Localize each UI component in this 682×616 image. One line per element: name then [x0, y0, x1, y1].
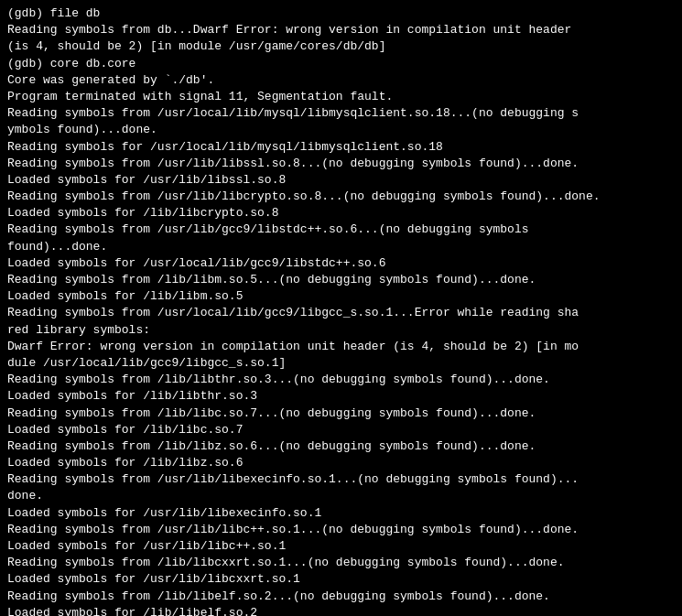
terminal-line: Reading symbols from /usr/lib/libc++.so.…: [7, 522, 675, 538]
terminal-line: Reading symbols from /lib/libthr.so.3...…: [7, 372, 675, 388]
terminal-line: ymbols found)...done.: [7, 122, 675, 138]
terminal-line: Reading symbols from /usr/local/lib/mysq…: [7, 105, 675, 122]
terminal-line: Core was generated by `./db'.: [7, 72, 675, 89]
terminal-line: red library symbols:: [7, 322, 675, 339]
terminal-line: Loaded symbols for /usr/local/lib/gcc9/l…: [7, 255, 675, 272]
terminal-line: dule /usr/local/lib/gcc9/libgcc_s.so.1]: [7, 355, 675, 372]
terminal-line: Reading symbols from /lib/libcxxrt.so.1.…: [7, 555, 675, 571]
terminal-line: (gdb) file db: [7, 5, 675, 22]
terminal[interactable]: (gdb) file dbReading symbols from db...D…: [0, 0, 682, 616]
terminal-line: Reading symbols from /usr/lib/gcc9/libst…: [7, 222, 675, 238]
terminal-line: Reading symbols from /lib/libelf.so.2...…: [7, 589, 675, 605]
terminal-line: Reading symbols from /usr/local/lib/gcc9…: [7, 305, 675, 321]
terminal-line: Reading symbols from /lib/libc.so.7...(n…: [7, 405, 675, 422]
terminal-line: Loaded symbols for /lib/libc.so.7: [7, 422, 675, 438]
terminal-line: Dwarf Error: wrong version in compilatio…: [7, 339, 675, 355]
terminal-line: (is 4, should be 2) [in module /usr/game…: [7, 38, 675, 55]
terminal-line: Loaded symbols for /usr/lib/libc++.so.1: [7, 538, 675, 555]
terminal-line: Reading symbols from /usr/lib/libexecinf…: [7, 471, 675, 488]
terminal-line: Reading symbols from /lib/libm.so.5...(n…: [7, 272, 675, 288]
terminal-line: Loaded symbols for /usr/lib/libcxxrt.so.…: [7, 571, 675, 588]
terminal-line: found)...done.: [7, 239, 675, 255]
terminal-line: Reading symbols from /usr/lib/libcrypto.…: [7, 189, 675, 205]
terminal-line: (gdb) core db.core: [7, 56, 675, 72]
terminal-line: Loaded symbols for /usr/lib/libssl.so.8: [7, 172, 675, 189]
terminal-line: Loaded symbols for /lib/libelf.so.2: [7, 605, 675, 616]
terminal-line: Reading symbols from /usr/lib/libssl.so.…: [7, 156, 675, 172]
terminal-line: Loaded symbols for /lib/libcrypto.so.8: [7, 205, 675, 222]
terminal-line: Loaded symbols for /usr/lib/libexecinfo.…: [7, 505, 675, 522]
terminal-line: Reading symbols for /usr/local/lib/mysql…: [7, 139, 675, 156]
terminal-line: Reading symbols from db...Dwarf Error: w…: [7, 22, 675, 38]
terminal-line: Loaded symbols for /lib/libz.so.6: [7, 455, 675, 471]
terminal-line: done.: [7, 488, 675, 504]
terminal-line: Program terminated with signal 11, Segme…: [7, 89, 675, 105]
terminal-line: Loaded symbols for /lib/libm.so.5: [7, 288, 675, 305]
terminal-line: Loaded symbols for /lib/libthr.so.3: [7, 388, 675, 405]
terminal-line: Reading symbols from /lib/libz.so.6...(n…: [7, 438, 675, 455]
